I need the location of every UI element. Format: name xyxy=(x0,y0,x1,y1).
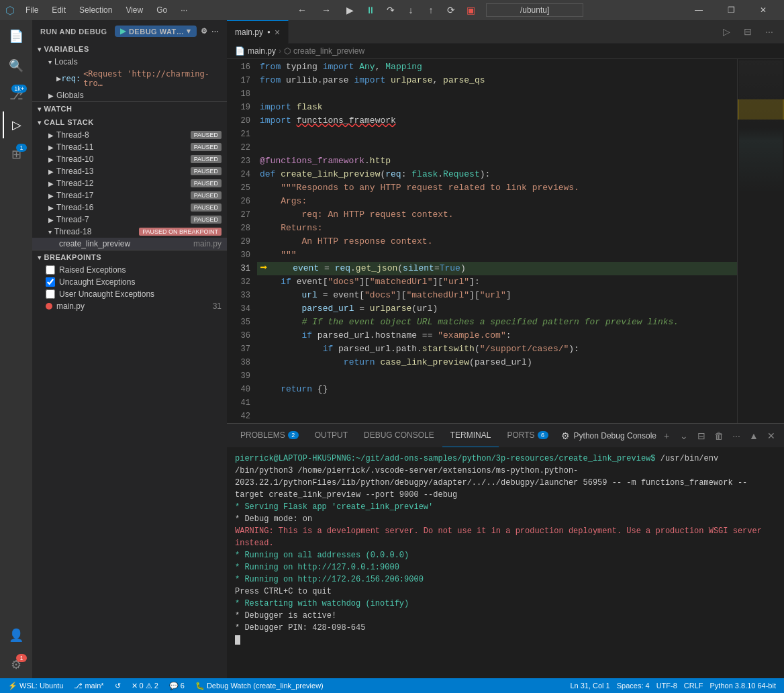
restore-button[interactable]: ❐ xyxy=(716,0,746,20)
thread-13-item[interactable]: ▶ Thread-13 PAUSED xyxy=(32,165,227,177)
terminal-options-button[interactable]: ··· xyxy=(729,428,744,443)
locals-item[interactable]: ▾ Locals xyxy=(32,56,227,68)
user-uncaught-exceptions-checkbox[interactable] xyxy=(46,289,55,299)
thread-8-item[interactable]: ▶ Thread-8 PAUSED xyxy=(32,129,227,141)
minimize-button[interactable]: — xyxy=(683,0,714,20)
app-icon: ⬡ xyxy=(5,4,15,17)
breakpoints-section-header[interactable]: ▾ BREAKPOINTS xyxy=(32,250,227,264)
settings-gear-icon[interactable]: ⚙ xyxy=(201,27,208,36)
debug-restart-button[interactable]: ⟳ xyxy=(442,3,460,17)
watch-section-header[interactable]: ▾ WATCH xyxy=(32,102,227,116)
more-tab-button[interactable]: ··· xyxy=(760,24,779,39)
uncaught-exceptions-checkbox[interactable] xyxy=(46,277,55,287)
menu-edit[interactable]: Edit xyxy=(46,4,71,16)
close-button[interactable]: ✕ xyxy=(748,0,779,20)
user-uncaught-exceptions-item: User Uncaught Exceptions xyxy=(32,288,227,300)
terminal-line-10: * Debugger is active! xyxy=(235,610,776,622)
status-python[interactable]: Python 3.8.10 64-bit xyxy=(707,682,779,690)
status-spaces[interactable]: Spaces: 4 xyxy=(614,682,652,690)
more-actions-icon[interactable]: ··· xyxy=(211,28,219,36)
active-frame-item[interactable]: create_link_preview main.py xyxy=(32,238,227,250)
debug-stepinto-button[interactable]: ↓ xyxy=(401,3,420,17)
status-wsl[interactable]: ⚡ WSL: Ubuntu xyxy=(5,682,66,690)
req-expand-icon: ▶ xyxy=(56,74,61,83)
code-line-34: parsed_url = urlparse(url) xyxy=(257,302,737,316)
status-cursor-pos[interactable]: Ln 31, Col 1 xyxy=(567,682,612,690)
thread-16-item[interactable]: ▶ Thread-16 PAUSED xyxy=(32,201,227,214)
debug-config-selector[interactable]: ▶ Debug Wat… ▾ xyxy=(115,26,196,37)
tab-debug-console[interactable]: DEBUG CONSOLE xyxy=(356,424,442,447)
activity-source-control[interactable]: ⎇ 1k+ xyxy=(3,82,30,109)
activity-account[interactable]: 👤 xyxy=(3,622,30,649)
add-terminal-button[interactable]: + xyxy=(659,428,674,443)
line-num-30: 30 xyxy=(227,248,250,262)
activity-run-debug[interactable]: ▷ xyxy=(3,111,30,138)
globals-item[interactable]: ▶ Globals xyxy=(32,89,227,101)
tab-terminal[interactable]: TERMINAL xyxy=(442,424,499,447)
status-debug-session[interactable]: 🐛 Debug Watch (create_link_preview) xyxy=(193,682,326,690)
debug-stepout-button[interactable]: ↑ xyxy=(422,3,440,17)
thread-17-item[interactable]: ▶ Thread-17 PAUSED xyxy=(32,189,227,201)
status-sync[interactable]: ↺ xyxy=(112,682,124,690)
thread-12-item[interactable]: ▶ Thread-12 PAUSED xyxy=(32,177,227,189)
branch-label: main* xyxy=(85,682,103,690)
debug-continue-button[interactable]: ▶ xyxy=(341,3,360,17)
status-right: Ln 31, Col 1 Spaces: 4 UTF-8 CRLF Python… xyxy=(567,682,779,690)
menu-bar: File Edit Selection View Go ··· xyxy=(20,4,193,16)
tab-ports[interactable]: PORTS 6 xyxy=(499,424,556,447)
code-line-25: """Responds to any HTTP request related … xyxy=(257,181,737,195)
thread-7-item[interactable]: ▶ Thread-7 PAUSED xyxy=(32,214,227,226)
debug-session-label: Debug Watch (create_link_preview) xyxy=(207,682,324,690)
run-tab-button[interactable]: ▷ xyxy=(717,24,736,39)
thread-11-label: Thread-11 xyxy=(56,142,191,152)
menu-more[interactable]: ··· xyxy=(175,4,193,16)
status-eol[interactable]: CRLF xyxy=(681,682,706,690)
menu-view[interactable]: View xyxy=(120,4,148,16)
thread-18-item[interactable]: ▾ Thread-18 PAUSED ON BREAKPOINT xyxy=(32,226,227,238)
raised-exceptions-checkbox[interactable] xyxy=(46,265,55,275)
code-line-20: import functions_framework xyxy=(257,114,737,128)
status-errors[interactable]: ✕ 0 ⚠ 2 xyxy=(129,682,161,690)
debug-stop-button[interactable]: ▣ xyxy=(462,3,481,17)
status-branch[interactable]: ⎇ main* xyxy=(71,682,106,690)
split-terminal-button[interactable]: ⊟ xyxy=(694,428,709,443)
breakpoint-mainpy-item[interactable]: main.py 31 xyxy=(32,300,227,312)
menu-selection[interactable]: Selection xyxy=(74,4,117,16)
activity-search[interactable]: 🔍 xyxy=(3,52,30,79)
editor-area: main.py ● × ▷ ⊟ ··· 📄 main.py › ⬡ create… xyxy=(227,20,784,678)
tab-mainpy-label: main.py xyxy=(235,28,263,37)
menu-go[interactable]: Go xyxy=(151,4,173,16)
tab-output[interactable]: OUTPUT xyxy=(307,424,356,447)
active-frame-file: main.py xyxy=(193,239,222,248)
tab-problems[interactable]: PROBLEMS 2 xyxy=(232,424,307,447)
close-panel-button[interactable]: ✕ xyxy=(764,428,779,443)
nav-back-button[interactable]: ← xyxy=(293,3,311,17)
maximize-panel-button[interactable]: ▲ xyxy=(746,428,761,443)
call-stack-header[interactable]: ▾ CALL STACK xyxy=(32,116,227,129)
menu-file[interactable]: File xyxy=(20,4,44,16)
line-numbers: 16 17 18 19 20 21 22 23 24 25 26 27 28 2… xyxy=(227,59,257,423)
status-encoding[interactable]: UTF-8 xyxy=(654,682,680,690)
activity-settings[interactable]: ⚙ 1 xyxy=(3,651,30,678)
tab-mainpy[interactable]: main.py ● × xyxy=(227,20,289,44)
breadcrumb-function[interactable]: create_link_preview xyxy=(293,46,364,56)
debug-pause-button[interactable]: ⏸ xyxy=(361,3,380,17)
activity-explorer[interactable]: 📄 xyxy=(3,23,30,50)
thread-11-item[interactable]: ▶ Thread-11 PAUSED xyxy=(32,141,227,153)
tab-close-icon[interactable]: × xyxy=(275,28,280,37)
var-req[interactable]: ▶ req: <Request 'http://charming-tro… xyxy=(32,68,227,89)
terminal-more-button[interactable]: ⌄ xyxy=(677,428,691,443)
variables-section-header[interactable]: ▾ VARIABLES xyxy=(32,42,227,56)
account-icon: 👤 xyxy=(9,628,23,643)
kill-terminal-button[interactable]: 🗑 xyxy=(712,428,726,443)
locals-expand-icon: ▾ xyxy=(48,58,52,66)
nav-forward-button[interactable]: → xyxy=(317,3,336,17)
terminal-line-4: WARNING: This is a development server. D… xyxy=(235,525,776,549)
status-messages[interactable]: 💬 6 xyxy=(166,682,187,690)
activity-extensions[interactable]: ⊞ 1 xyxy=(3,141,30,168)
code-line-21 xyxy=(257,128,737,141)
split-tab-button[interactable]: ⊟ xyxy=(738,24,757,39)
thread-10-item[interactable]: ▶ Thread-10 PAUSED xyxy=(32,153,227,165)
debug-stepover-button[interactable]: ↷ xyxy=(381,3,400,17)
breadcrumb-file[interactable]: main.py xyxy=(248,46,276,56)
